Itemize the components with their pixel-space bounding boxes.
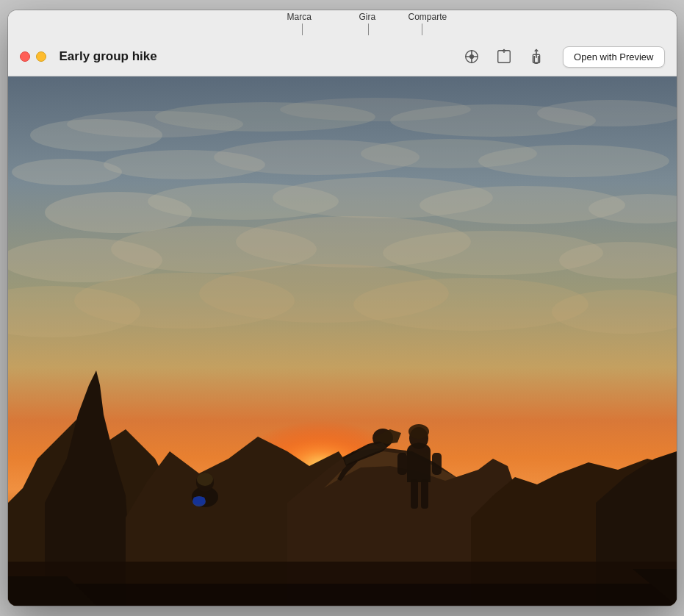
photo-scene xyxy=(8,76,677,606)
titlebar: Marca Gira Comparte xyxy=(8,10,677,76)
svg-rect-42 xyxy=(8,584,677,606)
svg-rect-49 xyxy=(411,479,418,509)
tooltip-row: Marca Gira Comparte xyxy=(8,10,677,38)
svg-rect-53 xyxy=(397,453,407,475)
open-with-preview-button[interactable]: Open with Preview xyxy=(563,46,664,68)
marca-tooltip-label: Marca xyxy=(287,12,312,22)
controls-row: Early group hike Open with Preview xyxy=(8,38,677,76)
svg-point-45 xyxy=(197,473,213,486)
scene-svg xyxy=(8,76,677,606)
toolbar-icons xyxy=(461,46,547,67)
svg-point-2 xyxy=(39,55,43,59)
comparte-tooltip-label: Comparte xyxy=(408,12,447,22)
gira-tooltip-line xyxy=(368,24,369,35)
rotate-button[interactable] xyxy=(494,46,514,67)
markup-button[interactable] xyxy=(461,46,482,67)
share-button[interactable] xyxy=(526,46,547,67)
window-title: Early group hike xyxy=(60,49,455,64)
comparte-tooltip-line xyxy=(422,24,422,35)
rotate-icon xyxy=(496,49,512,65)
svg-rect-54 xyxy=(432,453,442,475)
share-icon xyxy=(528,49,544,65)
close-button[interactable] xyxy=(20,51,30,62)
gira-tooltip-label: Gira xyxy=(359,12,376,22)
svg-point-39 xyxy=(353,278,588,331)
svg-point-25 xyxy=(478,145,669,177)
image-container xyxy=(8,76,677,606)
svg-rect-47 xyxy=(193,497,205,504)
svg-point-4 xyxy=(470,55,474,59)
preview-window: Marca Gira Comparte xyxy=(8,10,677,606)
svg-rect-50 xyxy=(421,479,428,509)
marca-tooltip-line xyxy=(302,24,303,35)
window-buttons xyxy=(20,51,46,62)
markup-icon xyxy=(464,49,480,65)
minimize-button[interactable] xyxy=(36,51,46,62)
svg-point-52 xyxy=(408,424,429,439)
